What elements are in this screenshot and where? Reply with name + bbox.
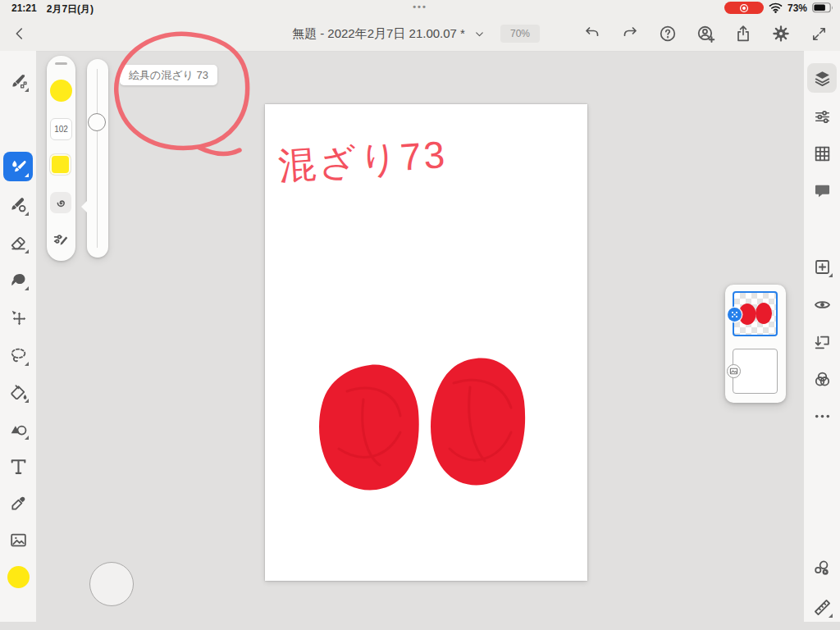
brush-color-preview[interactable] xyxy=(50,80,72,102)
layer-mask-button[interactable] xyxy=(807,327,837,357)
fullscreen-button[interactable] xyxy=(806,21,832,47)
touch-shortcut-button[interactable] xyxy=(89,562,134,606)
grid-icon xyxy=(812,144,833,164)
shapes-icon xyxy=(8,419,29,440)
background-image-badge-icon xyxy=(729,367,738,376)
tool-place-image[interactable] xyxy=(3,525,33,555)
layer-1-thumbnail-selected[interactable] xyxy=(733,291,778,336)
status-bar: 21:21 2月7日(月) ••• 73% xyxy=(0,0,840,16)
record-icon xyxy=(739,3,749,13)
background-layer-badge xyxy=(727,364,741,378)
tool-move[interactable] xyxy=(3,303,33,332)
expand-icon xyxy=(810,25,829,43)
battery-icon xyxy=(812,2,833,13)
tool-fill[interactable] xyxy=(3,377,33,407)
zoom-level-badge[interactable]: 70% xyxy=(500,25,540,43)
redo-button[interactable] xyxy=(617,21,643,47)
tool-eraser[interactable] xyxy=(3,228,33,258)
gear-icon xyxy=(771,24,791,43)
sliders-icon xyxy=(812,107,833,127)
livestream-button[interactable] xyxy=(807,553,837,582)
ruler-icon xyxy=(812,597,833,618)
brush-settings-button[interactable] xyxy=(51,230,71,250)
add-layer-icon xyxy=(812,257,833,277)
livestream-icon xyxy=(812,558,833,578)
help-button[interactable] xyxy=(655,21,681,47)
ruler-button[interactable] xyxy=(807,592,837,622)
tool-smudge[interactable] xyxy=(3,265,33,294)
tool-live-brush[interactable] xyxy=(3,152,33,181)
color-well-button[interactable] xyxy=(3,562,33,591)
layer-more-button[interactable] xyxy=(807,401,837,431)
move-icon xyxy=(8,308,29,328)
live-brush-layer-badge xyxy=(728,308,742,322)
tool-pixel-brush[interactable] xyxy=(3,66,33,96)
panel-adjustments-button[interactable] xyxy=(807,102,837,131)
blend-mode-button[interactable] xyxy=(807,364,837,394)
right-toolbar xyxy=(804,51,840,622)
add-layer-button[interactable] xyxy=(807,252,837,281)
panel-grid-button[interactable] xyxy=(807,139,837,168)
mask-icon xyxy=(812,332,833,353)
layers-icon xyxy=(812,68,833,89)
layer-visibility-button[interactable] xyxy=(807,290,837,319)
help-icon xyxy=(658,24,678,43)
tool-shapes[interactable] xyxy=(3,414,33,444)
eraser-icon xyxy=(8,233,29,253)
paint-mix-button[interactable] xyxy=(50,192,71,213)
comment-icon xyxy=(812,180,833,201)
invite-person-icon xyxy=(696,24,716,44)
tool-lasso[interactable] xyxy=(3,340,33,370)
slider-notch xyxy=(81,200,88,213)
tool-text[interactable] xyxy=(3,451,33,481)
screen-recording-indicator[interactable] xyxy=(724,2,764,14)
vector-brush-icon xyxy=(8,195,29,216)
left-toolbar xyxy=(0,51,36,622)
paint-mix-swirl-icon xyxy=(53,195,69,211)
current-color-yellow xyxy=(7,566,30,588)
live-brush-icon xyxy=(8,157,29,177)
brush-options-panel: 102 xyxy=(47,56,75,261)
undo-icon xyxy=(582,24,602,43)
red-marker-circle-annotation xyxy=(97,23,261,162)
brush-size-value[interactable]: 102 xyxy=(50,118,72,140)
invite-button[interactable] xyxy=(692,21,719,47)
smudge-icon xyxy=(8,270,29,290)
tool-eyedropper[interactable] xyxy=(3,488,33,518)
eyedropper-icon xyxy=(8,493,29,514)
chevron-left-icon xyxy=(11,25,29,43)
chevron-down-icon[interactable] xyxy=(473,28,486,40)
undo-button[interactable] xyxy=(579,21,605,47)
settings-button[interactable] xyxy=(768,21,794,47)
background-layer-thumbnail[interactable] xyxy=(733,349,778,394)
pixel-brush-icon xyxy=(8,71,29,92)
share-icon xyxy=(733,24,753,43)
blend-circles-icon xyxy=(812,369,833,390)
layers-flyout-panel xyxy=(725,285,786,403)
paint-bucket-icon xyxy=(8,382,29,403)
more-dots-icon xyxy=(812,406,833,427)
share-button[interactable] xyxy=(730,21,756,47)
multitask-dots[interactable]: ••• xyxy=(0,2,840,11)
eye-icon xyxy=(812,294,833,315)
text-tool-icon xyxy=(8,456,29,477)
back-button[interactable] xyxy=(7,21,33,47)
battery-percent: 73% xyxy=(788,2,807,14)
image-icon xyxy=(8,530,29,550)
wifi-icon xyxy=(769,2,783,13)
live-brush-badge-icon xyxy=(730,310,739,319)
panel-comment-button[interactable] xyxy=(807,176,837,205)
brush-settings-icon xyxy=(51,230,71,250)
drawing-canvas[interactable]: 混ざり73 xyxy=(265,104,587,581)
tool-vector-brush[interactable] xyxy=(3,190,33,220)
document-title: 無題 - 2022年2月7日 21.00.07 * xyxy=(292,26,465,42)
color-swatch-yellow[interactable] xyxy=(50,154,71,175)
panel-layers-button[interactable] xyxy=(807,63,837,93)
panel-drag-handle[interactable] xyxy=(55,62,67,65)
lasso-icon xyxy=(8,345,29,366)
redo-icon xyxy=(620,24,640,43)
